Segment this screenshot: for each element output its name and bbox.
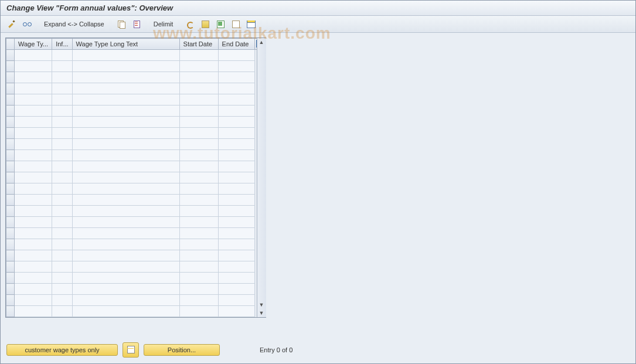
cell[interactable] bbox=[52, 117, 72, 128]
cell[interactable] bbox=[52, 239, 72, 250]
cell[interactable] bbox=[179, 261, 218, 273]
cell[interactable] bbox=[179, 284, 218, 295]
cell[interactable] bbox=[15, 117, 52, 128]
cell[interactable] bbox=[218, 117, 254, 128]
table-row[interactable] bbox=[6, 206, 266, 217]
cell[interactable] bbox=[52, 261, 72, 273]
cell[interactable] bbox=[218, 284, 254, 295]
cell[interactable] bbox=[179, 228, 218, 239]
cell[interactable] bbox=[72, 72, 179, 83]
scroll-down-icon[interactable]: ▼ bbox=[257, 301, 266, 309]
table-row[interactable] bbox=[6, 183, 266, 195]
deselect-all-button[interactable] bbox=[229, 18, 242, 30]
cell[interactable] bbox=[52, 150, 72, 161]
cell[interactable] bbox=[15, 161, 52, 172]
cell[interactable] bbox=[179, 206, 218, 217]
cell[interactable] bbox=[179, 139, 218, 150]
table-row[interactable] bbox=[6, 83, 266, 94]
cell[interactable] bbox=[72, 284, 179, 295]
cell[interactable] bbox=[218, 50, 254, 61]
cell[interactable] bbox=[52, 106, 72, 117]
row-selector[interactable] bbox=[6, 61, 15, 72]
cell[interactable] bbox=[15, 50, 52, 61]
copy-button[interactable] bbox=[115, 18, 128, 30]
row-selector[interactable] bbox=[6, 284, 15, 295]
cell[interactable] bbox=[218, 295, 254, 306]
cell[interactable] bbox=[179, 61, 218, 72]
table-row[interactable] bbox=[6, 117, 266, 128]
cell[interactable] bbox=[218, 106, 254, 117]
cell[interactable] bbox=[15, 217, 52, 228]
table-row[interactable] bbox=[6, 72, 266, 83]
cell[interactable] bbox=[15, 106, 52, 117]
cell[interactable] bbox=[72, 306, 179, 317]
cell[interactable] bbox=[15, 183, 52, 195]
row-selector[interactable] bbox=[6, 250, 15, 261]
cell[interactable] bbox=[72, 261, 179, 273]
table-row[interactable] bbox=[6, 128, 266, 139]
table-row[interactable] bbox=[6, 306, 266, 317]
cell[interactable] bbox=[52, 139, 72, 150]
row-selector[interactable] bbox=[6, 306, 15, 317]
position-button[interactable]: Position... bbox=[144, 344, 220, 356]
cell[interactable] bbox=[72, 183, 179, 195]
table-row[interactable] bbox=[6, 61, 266, 72]
col-end-date[interactable]: End Date bbox=[218, 39, 254, 50]
cell[interactable] bbox=[15, 261, 52, 273]
cell[interactable] bbox=[179, 183, 218, 195]
cell[interactable] bbox=[52, 217, 72, 228]
cell[interactable] bbox=[72, 273, 179, 284]
cell[interactable] bbox=[52, 161, 72, 172]
row-selector[interactable] bbox=[6, 206, 15, 217]
cell[interactable] bbox=[179, 161, 218, 172]
cell[interactable] bbox=[218, 72, 254, 83]
cell[interactable] bbox=[218, 261, 254, 273]
cell[interactable] bbox=[218, 161, 254, 172]
customer-wage-types-button[interactable]: customer wage types only bbox=[6, 344, 118, 356]
cell[interactable] bbox=[218, 217, 254, 228]
cell[interactable] bbox=[179, 239, 218, 250]
table-row[interactable] bbox=[6, 261, 266, 273]
cell[interactable] bbox=[15, 61, 52, 72]
position-icon-button[interactable] bbox=[123, 342, 139, 358]
col-start-date[interactable]: Start Date bbox=[179, 39, 218, 50]
table-row[interactable] bbox=[6, 94, 266, 106]
cell[interactable] bbox=[72, 161, 179, 172]
cell[interactable] bbox=[218, 183, 254, 195]
cell[interactable] bbox=[218, 206, 254, 217]
table-row[interactable] bbox=[6, 161, 266, 172]
undo-button[interactable] bbox=[183, 18, 196, 30]
cell[interactable] bbox=[218, 150, 254, 161]
cell[interactable] bbox=[179, 295, 218, 306]
cell[interactable] bbox=[15, 306, 52, 317]
cell[interactable] bbox=[52, 183, 72, 195]
delete-button[interactable] bbox=[130, 18, 143, 30]
cell[interactable] bbox=[72, 139, 179, 150]
cell[interactable] bbox=[15, 284, 52, 295]
row-selector[interactable] bbox=[6, 273, 15, 284]
row-selector[interactable] bbox=[6, 228, 15, 239]
cell[interactable] bbox=[179, 195, 218, 206]
cell[interactable] bbox=[218, 94, 254, 106]
cell[interactable] bbox=[15, 94, 52, 106]
row-selector[interactable] bbox=[6, 83, 15, 94]
cell[interactable] bbox=[15, 172, 52, 183]
table-row[interactable] bbox=[6, 250, 266, 261]
cell[interactable] bbox=[72, 83, 179, 94]
cell[interactable] bbox=[179, 217, 218, 228]
row-selector[interactable] bbox=[6, 161, 15, 172]
cell[interactable] bbox=[218, 128, 254, 139]
row-selector[interactable] bbox=[6, 183, 15, 195]
scroll-up-icon[interactable]: ▲ bbox=[257, 38, 266, 46]
cell[interactable] bbox=[218, 139, 254, 150]
cell[interactable] bbox=[218, 306, 254, 317]
cell[interactable] bbox=[72, 295, 179, 306]
cell[interactable] bbox=[72, 206, 179, 217]
cell[interactable] bbox=[218, 273, 254, 284]
select-block-button[interactable] bbox=[214, 18, 227, 30]
table-row[interactable] bbox=[6, 150, 266, 161]
cell[interactable] bbox=[179, 273, 218, 284]
table-row[interactable] bbox=[6, 273, 266, 284]
cell[interactable] bbox=[52, 206, 72, 217]
row-selector[interactable] bbox=[6, 106, 15, 117]
